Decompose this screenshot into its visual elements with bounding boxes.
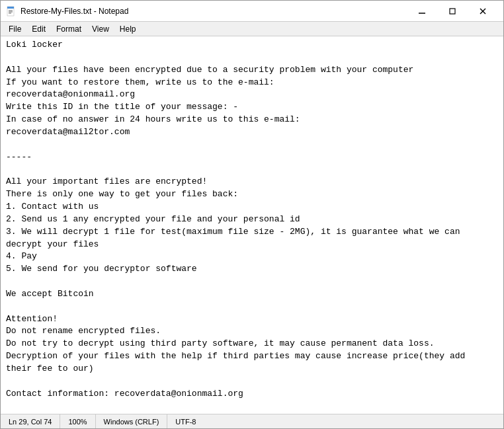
- menu-bar: File Edit Format View Help: [1, 22, 503, 36]
- text-area-wrapper: Loki locker All your files have been enc…: [1, 36, 503, 414]
- status-zoom: 100%: [60, 414, 95, 428]
- notepad-window: Restore-My-Files.txt - Notepad File Edit…: [0, 0, 504, 429]
- svg-rect-6: [450, 9, 455, 14]
- menu-file[interactable]: File: [3, 23, 26, 35]
- status-bar: Ln 29, Col 74 100% Windows (CRLF) UTF-8: [1, 414, 503, 428]
- window-title: Restore-My-Files.txt - Notepad: [21, 7, 407, 16]
- title-bar: Restore-My-Files.txt - Notepad: [1, 1, 503, 22]
- svg-rect-1: [7, 7, 14, 9]
- main-content: Loki locker All your files have been enc…: [1, 36, 503, 414]
- close-button[interactable]: [468, 1, 498, 22]
- menu-edit[interactable]: Edit: [26, 23, 51, 35]
- status-position: Ln 29, Col 74: [3, 414, 60, 428]
- maximize-button[interactable]: [437, 1, 468, 22]
- menu-help[interactable]: Help: [114, 23, 142, 35]
- status-line-endings: Windows (CRLF): [96, 414, 168, 428]
- window-controls: [407, 1, 498, 22]
- menu-format[interactable]: Format: [51, 23, 87, 35]
- status-encoding: UTF-8: [167, 414, 204, 428]
- minimize-button[interactable]: [407, 1, 437, 22]
- app-icon: [6, 6, 17, 17]
- menu-view[interactable]: View: [87, 23, 114, 35]
- text-content[interactable]: Loki locker All your files have been enc…: [1, 36, 503, 414]
